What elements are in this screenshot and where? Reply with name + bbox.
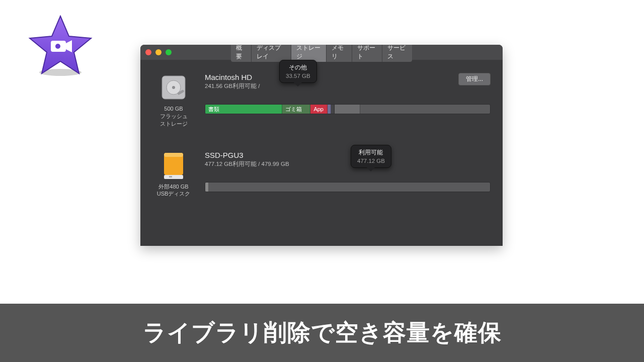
imovie-icon (28, 13, 93, 78)
tooltip-value: 33.57 GB (286, 73, 310, 79)
svg-rect-10 (164, 153, 183, 157)
minimize-button[interactable] (155, 49, 162, 55)
svg-point-4 (55, 44, 60, 49)
drive-name: Macintosh HD (205, 73, 491, 81)
usage-segment (331, 105, 335, 114)
usage-segment (335, 105, 360, 114)
svg-rect-12 (169, 176, 172, 177)
manage-button[interactable]: 管理... (458, 73, 491, 85)
storage-window: 概要ディスプレイストレージメモリサポートサービス 500 GBフラッシュストレー… (140, 45, 503, 246)
tab-ディスプレイ[interactable]: ディスプレイ (252, 45, 292, 62)
usage-bar: 書類ゴミ箱App (205, 104, 491, 114)
usage-segment: App (310, 105, 328, 114)
drive-main: SSD-PGU3477.12 GB利用可能 / 479.99 GB利用可能477… (205, 151, 491, 192)
drive-subtext: 477.12 GB利用可能 / 479.99 GB (205, 160, 491, 168)
tab-サポート[interactable]: サポート (352, 45, 382, 62)
caption-banner: ライブラリ削除で空き容量を確保 (0, 304, 644, 362)
tooltip-value: 477.12 GB (357, 158, 385, 164)
tab-メモリ[interactable]: メモリ (327, 45, 352, 62)
usage-segment (328, 105, 331, 114)
tab-概要[interactable]: 概要 (231, 45, 252, 62)
usage-segment (205, 183, 209, 192)
drive-main: Macintosh HD241.56 GB利用可能 /管理...書類ゴミ箱App… (205, 73, 491, 114)
usage-segment: 書類 (205, 105, 282, 114)
internal-drive-icon (159, 73, 188, 102)
caption-text: ライブラリ削除で空き容量を確保 (143, 317, 502, 348)
tooltip-title: 利用可能 (357, 148, 385, 157)
traffic-lights (145, 49, 172, 55)
usage-bar (205, 182, 491, 192)
drive-subtext: 241.56 GB利用可能 / (205, 82, 491, 90)
drive-left: 500 GBフラッシュストレージ (152, 73, 195, 128)
drive-left: 外部480 GBUSBディスク (152, 151, 195, 198)
close-button[interactable] (145, 49, 151, 55)
external-drive-icon (159, 151, 188, 180)
drive-name: SSD-PGU3 (205, 151, 491, 159)
drive-caption: 外部480 GBUSBディスク (152, 183, 195, 198)
drive-row-1: 外部480 GBUSBディスクSSD-PGU3477.12 GB利用可能 / 4… (152, 151, 491, 198)
tooltip: 利用可能477.12 GB (351, 145, 391, 168)
drive-row-0: 500 GBフラッシュストレージMacintosh HD241.56 GB利用可… (152, 73, 491, 128)
titlebar: 概要ディスプレイストレージメモリサポートサービス (140, 45, 503, 60)
tooltip-title: その他 (286, 63, 310, 72)
tooltip: その他33.57 GB (279, 60, 317, 83)
tabbar: 概要ディスプレイストレージメモリサポートサービス (231, 45, 412, 62)
drive-caption: 500 GBフラッシュストレージ (152, 105, 195, 128)
svg-point-7 (172, 86, 175, 89)
maximize-button[interactable] (166, 49, 172, 55)
usage-segment: ゴミ箱 (282, 105, 311, 114)
svg-rect-11 (164, 175, 183, 179)
tab-サービス[interactable]: サービス (382, 45, 412, 62)
tab-ストレージ[interactable]: ストレージ (291, 45, 327, 62)
